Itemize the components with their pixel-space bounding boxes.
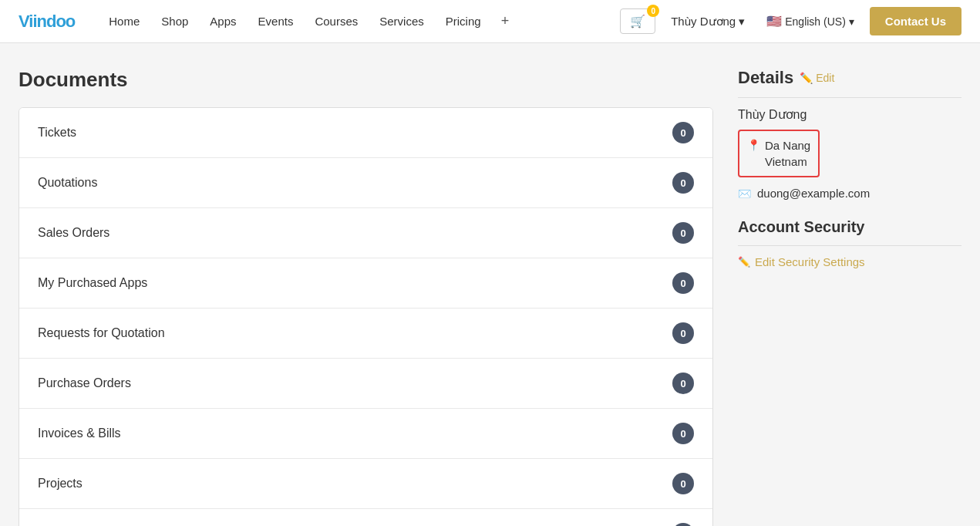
doc-item-label: Quotations [38, 176, 97, 190]
nav-link-home[interactable]: Home [99, 8, 149, 34]
main-container: Documents Tickets0Quotations0Sales Order… [0, 43, 980, 526]
email-row: ✉️ duong@example.com [738, 187, 961, 200]
doc-list-item[interactable]: My Purchased Apps0 [19, 258, 712, 309]
nav-link-pricing[interactable]: Pricing [436, 8, 490, 34]
doc-list-item[interactable]: Requests for Quotation0 [19, 309, 712, 359]
pencil-icon: ✏️ [800, 72, 813, 84]
doc-list-item[interactable]: Purchase Orders0 [19, 359, 712, 409]
cart-button[interactable]: 🛒 0 [620, 8, 655, 34]
doc-item-count: 0 [672, 523, 694, 526]
doc-list-item[interactable]: Quotations0 [19, 158, 712, 208]
doc-item-count: 0 [672, 322, 694, 344]
nav-link-apps[interactable]: Apps [200, 8, 245, 34]
location-city: Da Nang [765, 139, 810, 152]
language-dropdown[interactable]: 🇺🇸 English (US) ▾ [760, 11, 860, 32]
chevron-down-icon-lang: ▾ [849, 15, 854, 28]
doc-item-label: Projects [38, 477, 83, 491]
doc-item-label: Requests for Quotation [38, 326, 165, 340]
doc-item-label: Purchase Orders [38, 376, 131, 390]
nav-links: HomeShopAppsEventsCoursesServicesPricing… [99, 7, 620, 35]
location-pin-icon: 📍 [747, 139, 760, 151]
user-fullname: Thùy Dương [738, 107, 961, 122]
nav-link-events[interactable]: Events [249, 8, 303, 34]
doc-item-label: Sales Orders [38, 226, 109, 240]
documents-section: Documents Tickets0Quotations0Sales Order… [19, 68, 713, 526]
navbar-right: 🛒 0 Thùy Dương ▾ 🇺🇸 English (US) ▾ Conta… [620, 7, 961, 35]
brand-logo[interactable]: Viindoo [19, 12, 75, 32]
doc-item-label: Invoices & Bills [38, 427, 121, 440]
doc-item-label: My Purchased Apps [38, 276, 147, 290]
email-address: duong@example.com [757, 187, 870, 200]
doc-item-count: 0 [672, 272, 694, 294]
contact-us-button[interactable]: Contact Us [870, 7, 961, 35]
user-name: Thùy Dương [671, 15, 736, 29]
doc-item-count: 0 [672, 172, 694, 194]
location-text: Da Nang Vietnam [765, 137, 810, 170]
doc-item-count: 0 [672, 222, 694, 244]
documents-title: Documents [19, 68, 713, 92]
edit-label: Edit [816, 72, 834, 84]
doc-list-item[interactable]: Tasks0 [19, 509, 712, 526]
doc-list-item[interactable]: Sales Orders0 [19, 208, 712, 258]
doc-item-count: 0 [672, 423, 694, 444]
account-security-title: Account Security [738, 218, 961, 236]
doc-item-label: Tickets [38, 126, 76, 140]
edit-security-label: Edit Security Settings [755, 255, 865, 268]
doc-item-count: 0 [672, 373, 694, 394]
nav-plus-button[interactable]: + [493, 7, 517, 35]
flag-icon: 🇺🇸 [766, 14, 782, 29]
email-icon: ✉️ [738, 187, 751, 200]
language-label: English (US) [785, 15, 846, 28]
doc-list-item[interactable]: Projects0 [19, 459, 712, 509]
cart-badge: 0 [647, 5, 659, 17]
divider [738, 97, 961, 98]
location-country: Vietnam [765, 155, 807, 168]
nav-link-shop[interactable]: Shop [152, 8, 197, 34]
doc-item-count: 0 [672, 122, 694, 143]
location-box: 📍 Da Nang Vietnam [738, 130, 820, 177]
edit-details-link[interactable]: ✏️ Edit [800, 72, 834, 84]
doc-item-count: 0 [672, 473, 694, 494]
doc-list-item[interactable]: Tickets0 [19, 108, 712, 158]
nav-link-services[interactable]: Services [370, 8, 433, 34]
doc-list-item[interactable]: Invoices & Bills0 [19, 409, 712, 459]
edit-security-link[interactable]: ✏️ Edit Security Settings [738, 255, 961, 268]
chevron-down-icon: ▾ [739, 15, 745, 29]
documents-list: Tickets0Quotations0Sales Orders0My Purch… [19, 107, 713, 526]
user-dropdown[interactable]: Thùy Dương ▾ [665, 12, 751, 32]
divider-security [738, 245, 961, 246]
navbar: Viindoo HomeShopAppsEventsCoursesService… [0, 0, 980, 43]
details-section: Details ✏️ Edit Thùy Dương 📍 Da Nang Vie… [738, 68, 961, 526]
brand-name: Viindoo [19, 12, 75, 31]
details-title: Details [738, 68, 793, 88]
nav-link-courses[interactable]: Courses [305, 8, 367, 34]
details-header: Details ✏️ Edit [738, 68, 961, 88]
pencil-security-icon: ✏️ [738, 256, 750, 268]
